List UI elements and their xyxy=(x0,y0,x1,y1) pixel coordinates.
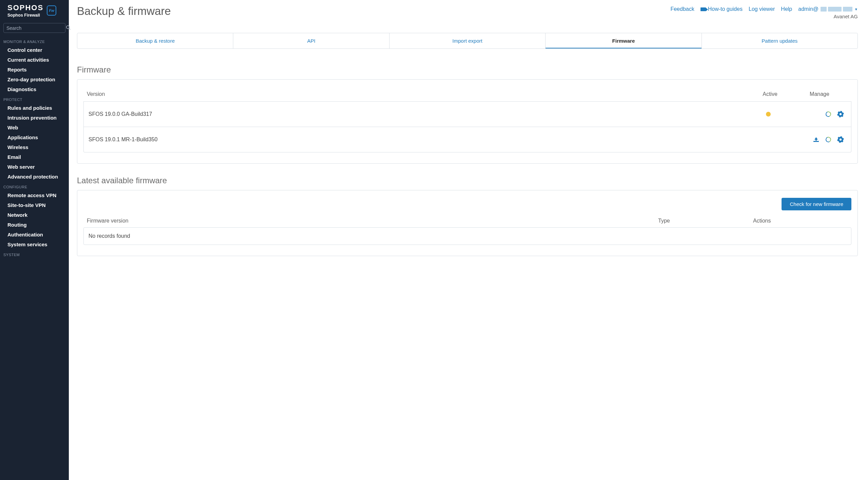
firmware-panel: Version Active Manage SFOS 19.0.0 GA-Bui… xyxy=(77,79,858,164)
latest-table-header: Firmware version Type Actions xyxy=(83,214,851,227)
col-header-active: Active xyxy=(746,91,794,97)
nav-item-current-activities[interactable]: Current activities xyxy=(0,55,69,65)
link-feedback[interactable]: Feedback xyxy=(670,6,694,12)
nav-item-control-center[interactable]: Control center xyxy=(0,45,69,55)
nav-item-rules[interactable]: Rules and policies xyxy=(0,103,69,113)
nav-item-routing[interactable]: Routing xyxy=(0,220,69,230)
nav-section-label: MONITOR & ANALYZE xyxy=(0,36,69,45)
chevron-down-icon: ▼ xyxy=(854,7,858,11)
link-help[interactable]: Help xyxy=(781,6,792,12)
latest-empty-row: No records found xyxy=(83,227,851,245)
firmware-active-cell xyxy=(745,112,792,117)
latest-panel: Check for new firmware Firmware version … xyxy=(77,190,858,256)
brand-title: SOPHOS xyxy=(7,3,43,12)
nav-item-site-vpn[interactable]: Site-to-site VPN xyxy=(0,200,69,210)
user-prefix: admin@ xyxy=(798,6,818,12)
link-guides[interactable]: How-to guides xyxy=(701,6,743,12)
main-content: Backup & firmware Feedback How-to guides… xyxy=(69,0,868,480)
upload-icon[interactable] xyxy=(813,137,819,143)
nav-item-remote-vpn[interactable]: Remote access VPN xyxy=(0,190,69,200)
col-header-fw-version: Firmware version xyxy=(87,218,658,224)
check-firmware-button[interactable]: Check for new firmware xyxy=(782,198,851,210)
nav-item-wireless[interactable]: Wireless xyxy=(0,142,69,152)
tab-pattern-updates[interactable]: Pattern updates xyxy=(702,33,857,48)
nav-section-label: SYSTEM xyxy=(0,249,69,258)
nav-item-email[interactable]: Email xyxy=(0,152,69,162)
nav-section-protect: PROTECT Rules and policies Intrusion pre… xyxy=(0,94,69,182)
tab-backup-restore[interactable]: Backup & restore xyxy=(77,33,233,48)
section-title-firmware: Firmware xyxy=(77,65,858,75)
nav-section-label: PROTECT xyxy=(0,94,69,103)
brand-block: SOPHOS Sophos Firewall Fw xyxy=(0,0,69,20)
user-menu[interactable]: admin@ ▼ xyxy=(798,6,858,12)
firmware-version-cell: SFOS 19.0.1 MR-1-Build350 xyxy=(88,137,745,143)
topbar: Backup & firmware Feedback How-to guides… xyxy=(77,5,858,33)
col-header-actions: Actions xyxy=(753,218,848,224)
nav-item-web[interactable]: Web xyxy=(0,123,69,132)
active-indicator-icon xyxy=(766,112,771,117)
nav-section-system: SYSTEM xyxy=(0,249,69,258)
nav-item-zero-day[interactable]: Zero-day protection xyxy=(0,75,69,84)
col-header-manage: Manage xyxy=(794,91,848,97)
search-input[interactable] xyxy=(6,25,66,31)
nav-item-webserver[interactable]: Web server xyxy=(0,162,69,172)
search-box[interactable] xyxy=(3,23,65,33)
video-icon xyxy=(701,7,706,11)
nav-section-monitor: MONITOR & ANALYZE Control center Current… xyxy=(0,36,69,94)
nav-item-network[interactable]: Network xyxy=(0,210,69,220)
nav-item-advanced-protection[interactable]: Advanced protection xyxy=(0,172,69,182)
nav-item-diagnostics[interactable]: Diagnostics xyxy=(0,84,69,94)
firmware-version-cell: SFOS 19.0.0 GA-Build317 xyxy=(88,111,745,117)
refresh-icon[interactable] xyxy=(825,137,831,143)
gear-icon[interactable] xyxy=(837,111,844,117)
firmware-table-header: Version Active Manage xyxy=(83,87,851,101)
user-redacted xyxy=(821,7,852,12)
firmware-manage-cell xyxy=(792,137,846,143)
page-title: Backup & firmware xyxy=(77,5,171,18)
firmware-manage-cell xyxy=(792,111,846,117)
col-header-type: Type xyxy=(658,218,753,224)
firmware-row: SFOS 19.0.0 GA-Build317 xyxy=(83,101,851,127)
nav-item-system-services[interactable]: System services xyxy=(0,239,69,249)
brand-subtitle: Sophos Firewall xyxy=(7,13,43,18)
col-header-version: Version xyxy=(87,91,746,97)
nav-item-reports[interactable]: Reports xyxy=(0,65,69,75)
nav-item-authentication[interactable]: Authentication xyxy=(0,230,69,239)
nav-item-applications[interactable]: Applications xyxy=(0,132,69,142)
firmware-row: SFOS 19.0.1 MR-1-Build350 xyxy=(83,127,851,152)
nav-section-label: CONFIGURE xyxy=(0,182,69,190)
sidebar: SOPHOS Sophos Firewall Fw MONITOR & ANAL… xyxy=(0,0,69,480)
nav-section-configure: CONFIGURE Remote access VPN Site-to-site… xyxy=(0,182,69,249)
tab-bar: Backup & restore API Import export Firmw… xyxy=(77,33,858,49)
tab-import-export[interactable]: Import export xyxy=(390,33,546,48)
tenant-name: Avanet AG xyxy=(834,14,858,19)
tab-api[interactable]: API xyxy=(233,33,389,48)
nav-item-intrusion[interactable]: Intrusion prevention xyxy=(0,113,69,123)
refresh-icon[interactable] xyxy=(825,111,831,117)
gear-icon[interactable] xyxy=(837,137,844,143)
brand-badge-icon: Fw xyxy=(47,5,56,16)
tab-firmware[interactable]: Firmware xyxy=(546,33,702,48)
section-title-latest: Latest available firmware xyxy=(77,176,858,185)
link-guides-label: How-to guides xyxy=(708,6,743,12)
top-links: Feedback How-to guides Log viewer Help a… xyxy=(670,5,858,19)
link-logviewer[interactable]: Log viewer xyxy=(749,6,775,12)
